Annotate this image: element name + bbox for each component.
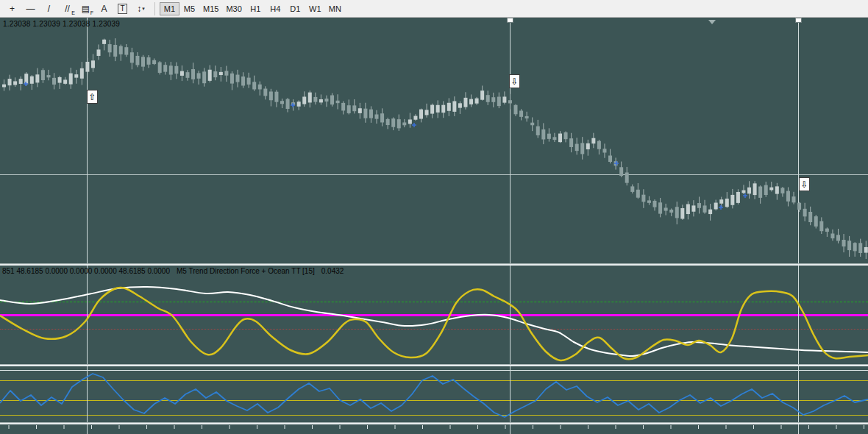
- chart-objects-layer: ⇧⇩⇩: [0, 0, 868, 434]
- label-tool[interactable]: T: [113, 1, 132, 16]
- arrows-icon: ↕: [137, 4, 141, 14]
- chevron-down-icon: ▾: [142, 6, 145, 12]
- timeframe-m5[interactable]: M5: [179, 2, 199, 15]
- trendline-tool[interactable]: /: [40, 1, 58, 16]
- timeframe-h4[interactable]: H4: [266, 2, 285, 15]
- indicator-label: 851 48.6185 0.0000 0.0000 0.0000 48.6185…: [2, 267, 344, 275]
- tool-sub-letter: F: [90, 10, 93, 15]
- fibonacci-icon: ▤: [82, 4, 90, 14]
- fibonacci-tool[interactable]: ▤F: [77, 1, 95, 16]
- indicator-name-text: M5 Trend Direction Force + Ocean TT [15]: [177, 267, 315, 275]
- indicator-last-value: 0.0432: [321, 267, 344, 275]
- timeframe-m1[interactable]: M1: [160, 2, 179, 15]
- down-arrow-marker[interactable]: ⇩: [509, 74, 520, 88]
- vline-drag-handle[interactable]: [507, 18, 513, 23]
- tool-sub-letter: E: [71, 10, 75, 15]
- timeframe-w1[interactable]: W1: [305, 2, 325, 15]
- horizontal-line-icon: —: [26, 4, 35, 14]
- up-arrow-marker[interactable]: ⇧: [87, 90, 98, 104]
- timeframe-group: M1M5M15M30H1H4D1W1MN: [160, 2, 345, 15]
- equidistant-channel-icon: //: [65, 4, 70, 14]
- text-icon: A: [101, 4, 107, 14]
- timeframe-d1[interactable]: D1: [285, 2, 305, 15]
- crosshair-icon: +: [10, 4, 15, 14]
- timeframe-mn[interactable]: MN: [325, 2, 345, 15]
- toolbar: +—///E▤FAT↕▾ M1M5M15M30H1H4D1W1MN: [0, 0, 868, 18]
- mt4-chart-window: +—///E▤FAT↕▾ M1M5M15M30H1H4D1W1MN 1.2303…: [0, 0, 868, 434]
- ohlc-quote-text: 1.23038 1.23039 1.23038 1.23039: [3, 20, 120, 28]
- arrows-tool[interactable]: ↕▾: [132, 1, 150, 16]
- vline-drag-handle[interactable]: [795, 18, 802, 23]
- indicator-values-text: 851 48.6185 0.0000 0.0000 0.0000 48.6185…: [2, 267, 170, 275]
- text-tool[interactable]: A: [95, 1, 113, 16]
- equidistant-channel-tool[interactable]: //E: [58, 1, 77, 16]
- drawing-tools-group: +—///E▤FAT↕▾: [3, 1, 150, 16]
- horizontal-line-tool[interactable]: —: [21, 1, 40, 16]
- timeframe-m15[interactable]: M15: [199, 2, 222, 15]
- trendline-icon: /: [48, 4, 50, 14]
- chart-shift-marker[interactable]: [708, 20, 716, 24]
- timeframe-h1[interactable]: H1: [246, 2, 266, 15]
- toolbar-separator: [154, 2, 155, 15]
- down-arrow-marker[interactable]: ⇩: [799, 177, 810, 191]
- crosshair-tool[interactable]: +: [3, 1, 21, 16]
- label-icon: T: [118, 4, 127, 14]
- timeframe-m30[interactable]: M30: [222, 2, 245, 15]
